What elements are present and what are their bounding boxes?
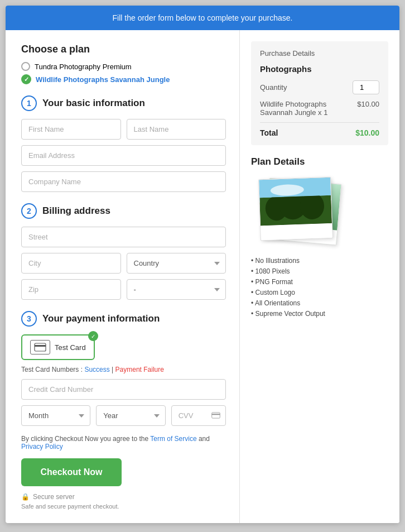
state-select[interactable]: - [127,279,226,300]
step3-number: 3 [21,311,37,327]
plan-feature-item: 1080 Pixels [251,267,388,275]
left-panel: Choose a plan Tundra Photography Premium… [6,30,240,523]
plan-feature-item: Custom Logo [251,289,388,296]
line-item-label: Wildlife Photographs Savannah Jungle x 1 [260,100,357,117]
plan-check-icon-2 [21,74,31,84]
year-select[interactable]: Year [96,405,165,426]
plan-option-1[interactable]: Tundra Photography Premium [21,62,226,71]
step3-label: Your payment information [42,313,160,324]
lock-icon: 🔒 [21,493,30,501]
success-link[interactable]: Success [84,366,109,373]
quantity-label: Quantity [260,83,287,92]
tree-silhouette [259,195,332,226]
checkout-button[interactable]: Checkout Now [21,458,122,486]
svg-rect-2 [212,412,220,418]
card-icon-box [30,340,50,354]
plan-label-2: Wildlife Photographs Savannah Jungle [36,75,170,84]
plan-feature-item: All Orientations [251,299,388,307]
main-content: Choose a plan Tundra Photography Premium… [6,30,399,523]
svg-rect-3 [212,414,220,415]
first-name-input[interactable] [21,119,121,140]
secure-label: Secure server [33,493,75,501]
email-input[interactable] [21,145,226,166]
cvv-row: Month Year [21,405,226,426]
purchase-box: Purchase Details Photographs Quantity Wi… [251,41,388,145]
photo-stack [257,175,346,248]
product-title: Photographs [260,64,379,74]
step2-label: Billing address [42,205,110,217]
line-item: Wildlife Photographs Savannah Jungle x 1… [260,100,379,117]
step2-header: 2 Billing address [21,203,226,219]
zip-state-row: - [21,279,226,300]
svg-rect-1 [35,345,46,347]
failure-link[interactable]: Payment Failure [115,366,164,373]
cvv-wrap [171,405,226,426]
plan-feature-item: Supreme Vector Output [251,310,388,318]
credit-card-icon [34,343,46,352]
step3-header: 3 Your payment information [21,311,226,327]
test-card-option[interactable]: Test Card [21,334,95,360]
purchase-box-title: Purchase Details [260,49,379,57]
cvv-card-icon [211,411,220,421]
right-panel: Purchase Details Photographs Quantity Wi… [240,30,399,523]
company-row [21,171,226,192]
step1-number: 1 [21,95,37,111]
test-card-info: Test Card Numbers : Success | Payment Fa… [21,366,226,373]
card-check-badge [88,331,98,341]
street-input[interactable] [21,227,226,247]
name-row [21,119,226,140]
company-input[interactable] [21,171,226,192]
cc-row [21,379,226,400]
privacy-link[interactable]: Privacy Policy [21,443,63,450]
plan-radio-1[interactable] [21,62,30,71]
page-wrapper: Fill the order form below to complete yo… [6,6,399,523]
plan-label-1: Tundra Photography Premium [35,63,132,71]
terms-link[interactable]: Term of Service [150,435,196,443]
street-row [21,227,226,247]
terms-prefix: By clicking Checkout Now you agree to th… [21,435,150,443]
country-select[interactable]: Country [127,253,226,274]
line-item-price: $10.00 [357,100,379,117]
photo-front-image [259,178,332,226]
secure-info: 🔒 Secure server [21,493,226,501]
cc-input[interactable] [21,379,226,400]
terms-text: By clicking Checkout Now you agree to th… [21,435,226,450]
test-card-prefix: Test Card Numbers : [21,366,84,373]
month-select[interactable]: Month [21,405,90,426]
zip-input[interactable] [21,279,121,300]
terms-and: and [199,435,210,443]
plan-features: No Illustrations1080 PixelsPNG FormatCus… [251,257,388,318]
photo-cloud [270,184,304,196]
city-input[interactable] [21,253,121,274]
quantity-row: Quantity [260,80,379,94]
photo-front-border [261,223,332,241]
quantity-input[interactable] [353,80,379,94]
total-row: Total $10.00 [260,122,379,137]
plan-option-2[interactable]: Wildlife Photographs Savannah Jungle [21,74,226,84]
card-text: Test Card [55,343,86,352]
email-row [21,145,226,166]
banner-text: Fill the order form below to complete yo… [113,13,293,22]
plan-details-title: Plan Details [251,156,388,167]
step1-header: 1 Your basic information [21,95,226,111]
photo-card-front [258,177,333,241]
step1-label: Your basic information [42,98,145,109]
safe-label: Safe and secure payment checkout. [21,503,226,510]
city-country-row: Country [21,253,226,274]
last-name-input[interactable] [127,119,226,140]
total-amount: $10.00 [355,128,379,137]
top-banner: Fill the order form below to complete yo… [6,6,399,30]
choose-plan-title: Choose a plan [21,44,226,55]
plan-feature-item: No Illustrations [251,257,388,265]
plan-feature-item: PNG Format [251,278,388,286]
step2-number: 2 [21,203,37,219]
svg-rect-0 [35,343,46,351]
total-label: Total [260,128,278,137]
